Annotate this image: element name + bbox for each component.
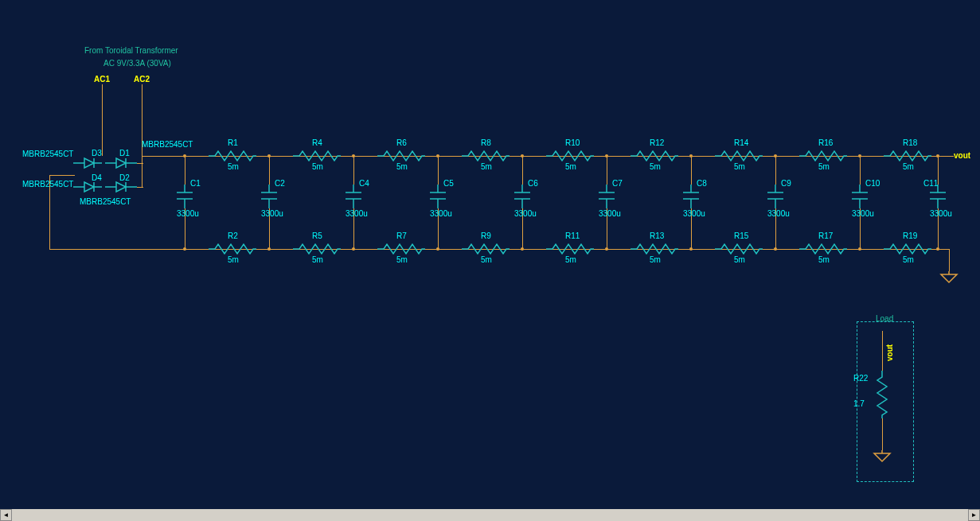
ref-c5: C5 [443,179,454,188]
val-r12: 5m [650,162,661,171]
model-d3: MBRB2545CT [22,150,73,158]
ref-r7: R7 [396,231,407,240]
ref-r15: R15 [734,231,748,240]
model-d2: MBRB2545CT [80,197,131,206]
resistor [799,243,847,255]
ref-d2: D2 [119,173,130,182]
ref-r14: R14 [734,138,748,147]
ground-icon [874,450,890,463]
val-r11: 5m [565,255,576,264]
val-r9: 5m [481,255,492,264]
ref-r11: R11 [565,231,580,240]
resistor [293,243,341,255]
capacitor [346,185,361,208]
capacitor [767,185,783,208]
val-r2: 5m [228,255,239,264]
ref-d4: D4 [92,173,102,182]
ref-r8: R8 [481,138,491,147]
load-vout-label: vout [885,344,894,361]
ref-c8: C8 [697,179,707,188]
load-title: Load [876,314,893,323]
capacitor [683,185,699,208]
ref-c11: C11 [923,179,938,188]
label-vout: vout [954,151,970,160]
resistor [462,243,510,255]
resistor [209,243,256,255]
model-d1: MBRB2545CT [142,140,193,149]
val-r15: 5m [734,255,745,264]
val-c1: 3300u [177,209,199,218]
val-r10: 5m [565,162,576,171]
capacitor [930,185,946,208]
resistor [715,243,763,255]
val-r22: 1.7 [853,399,865,408]
ref-c10: C10 [865,179,880,188]
ref-r19: R19 [903,231,917,240]
resistor [546,243,594,255]
val-c11: 3300u [930,209,952,218]
val-c2: 3300u [261,209,283,218]
val-c4: 3300u [346,209,368,218]
val-r16: 5m [818,162,830,171]
ref-r10: R10 [565,138,580,147]
val-r5: 5m [312,255,323,264]
model-d4: MBRB2545CT [22,180,73,189]
resistor [377,150,425,162]
ref-c1: C1 [190,179,201,188]
ref-r16: R16 [818,138,833,147]
resistor [715,150,763,162]
resistor [631,243,678,255]
capacitor [261,185,277,208]
val-c6: 3300u [514,209,537,218]
val-c9: 3300u [767,209,790,218]
resistor [377,243,425,255]
val-r17: 5m [818,255,830,264]
capacitor [430,185,446,208]
val-c7: 3300u [599,209,621,218]
resistor [799,150,847,162]
resistor [546,150,594,162]
val-c8: 3300u [683,209,705,218]
val-c5: 3300u [430,209,452,218]
val-r18: 5m [903,162,914,171]
load-resistor [876,371,888,418]
annotation-source-spec: AC 9V/3.3A (30VA) [103,59,171,68]
label-ac2: AC2 [134,75,150,84]
val-r1: 5m [228,162,239,171]
resistor [631,150,678,162]
val-r7: 5m [396,255,408,264]
ref-r18: R18 [903,138,917,147]
ref-d1: D1 [119,149,130,157]
ref-r13: R13 [650,231,664,240]
resistor [209,150,256,162]
ref-r4: R4 [312,138,322,147]
ref-r17: R17 [818,231,833,240]
val-r8: 5m [481,162,492,171]
resistor [884,243,931,255]
val-c10: 3300u [852,209,874,218]
ref-r9: R9 [481,231,491,240]
capacitor [177,185,193,208]
ref-r12: R12 [650,138,664,147]
resistor [293,150,341,162]
annotation-source-title: From Toroidal Transformer [84,46,178,55]
schematic-canvas[interactable]: From Toroidal Transformer AC 9V/3.3A (30… [0,0,980,509]
ref-c7: C7 [612,179,623,188]
capacitor [599,185,615,208]
ref-r5: R5 [312,231,322,240]
capacitor [514,185,530,208]
ref-c4: C4 [359,179,369,188]
ref-r22: R22 [853,374,868,383]
ref-r1: R1 [228,138,238,147]
capacitor [852,185,868,208]
label-ac1: AC1 [94,75,110,84]
ref-c9: C9 [781,179,791,188]
val-r19: 5m [903,255,914,264]
resistor [884,150,931,162]
ground-icon [941,271,957,284]
ref-r2: R2 [228,231,238,240]
resistor [462,150,510,162]
ref-d3: D3 [92,149,102,157]
val-r6: 5m [396,162,408,171]
ref-c6: C6 [528,179,538,188]
